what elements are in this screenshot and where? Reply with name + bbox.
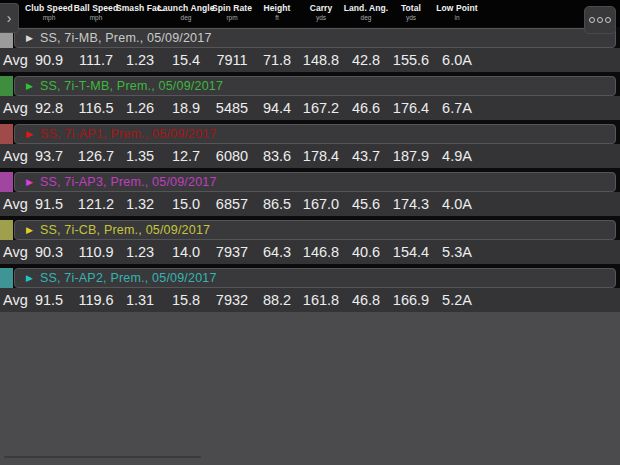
avg-row: Avg 93.7 126.7 1.35 12.7 6080 83.6 178.4…	[0, 144, 620, 168]
session-color-tab	[0, 172, 13, 192]
column-header-bar: Club Speed mph Ball Speed mph Smash Fac.…	[0, 0, 620, 27]
session-color-tab	[0, 220, 13, 240]
avg-row: Avg 90.3 110.9 1.23 14.0 7937 64.3 146.8…	[0, 240, 620, 264]
session-color-tab	[0, 76, 13, 96]
avg-low-point: 6.0A	[425, 48, 489, 72]
play-icon: ▶	[26, 173, 33, 191]
avg-row: Avg 91.5 119.6 1.31 15.8 7932 88.2 161.8…	[0, 288, 620, 312]
session-title: SS, 7i-CB, Prem., 05/09/2017	[40, 223, 210, 237]
content-area-empty	[0, 312, 620, 465]
session-title: SS, 7i-MB, Prem., 05/09/2017	[40, 31, 212, 45]
avg-low-point: 4.0A	[425, 192, 489, 216]
avg-low-point: 6.7A	[425, 96, 489, 120]
session-color-tab	[0, 268, 13, 288]
avg-row: Avg 90.9 111.7 1.23 15.4 7911 71.8 148.8…	[0, 48, 620, 72]
session-header-row[interactable]: ▶ SS, 7i-MB, Prem., 05/09/2017	[14, 28, 616, 48]
play-icon: ▶	[26, 221, 33, 239]
session-title: SS, 7i-AP1, Prem., 05/09/2017	[40, 127, 217, 141]
play-icon: ▶	[26, 269, 33, 287]
play-icon: ▶	[26, 77, 33, 95]
session-title: SS, 7i-T-MB, Prem., 05/09/2017	[40, 79, 223, 93]
drawer-handle[interactable]: ›	[0, 3, 19, 33]
session-header-row[interactable]: ▶ SS, 7i-AP1, Prem., 05/09/2017	[14, 124, 616, 144]
launch-monitor-screen: Club Speed mph Ball Speed mph Smash Fac.…	[0, 0, 620, 465]
session-title: SS, 7i-AP2, Prem., 05/09/2017	[40, 271, 217, 285]
scrollbar-indicator[interactable]	[4, 456, 201, 458]
session-header-row[interactable]: ▶ SS, 7i-T-MB, Prem., 05/09/2017	[14, 76, 616, 96]
avg-low-point: 5.3A	[425, 240, 489, 264]
session-header-row[interactable]: ▶ SS, 7i-AP2, Prem., 05/09/2017	[14, 268, 616, 288]
avg-low-point: 4.9A	[425, 144, 489, 168]
avg-row: Avg 91.5 121.2 1.32 15.0 6857 86.5 167.0…	[0, 192, 620, 216]
chevron-right-icon: ›	[7, 10, 12, 26]
column-low-point: Low Point in	[425, 3, 489, 21]
session-title: SS, 7i-AP3, Prem., 05/09/2017	[40, 175, 217, 189]
more-options-button[interactable]	[584, 6, 616, 34]
ellipsis-icon	[589, 17, 595, 23]
avg-row: Avg 92.8 116.5 1.26 18.9 5485 94.4 167.2…	[0, 96, 620, 120]
play-icon: ▶	[26, 29, 33, 47]
play-icon: ▶	[26, 125, 33, 143]
avg-low-point: 5.2A	[425, 288, 489, 312]
session-header-row[interactable]: ▶ SS, 7i-CB, Prem., 05/09/2017	[14, 220, 616, 240]
session-color-tab	[0, 124, 13, 144]
session-header-row[interactable]: ▶ SS, 7i-AP3, Prem., 05/09/2017	[14, 172, 616, 192]
